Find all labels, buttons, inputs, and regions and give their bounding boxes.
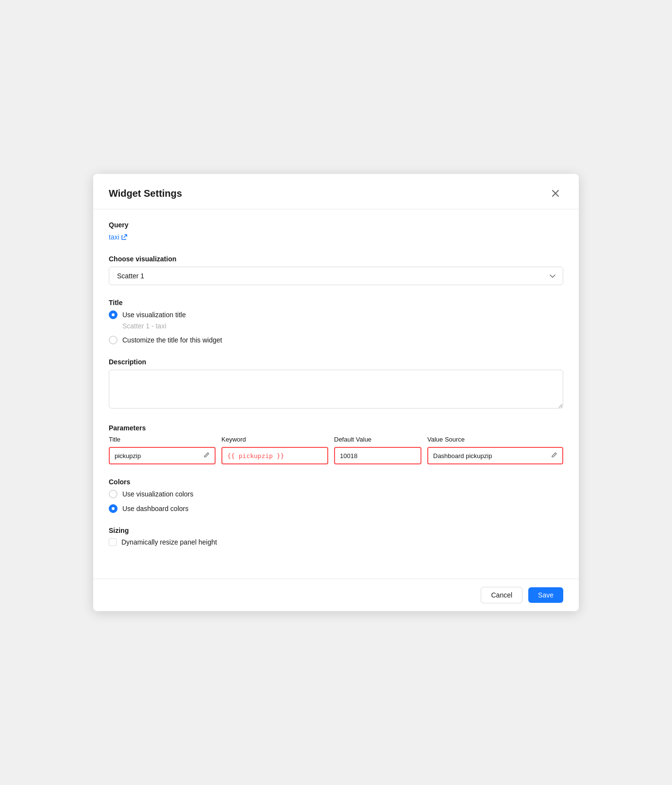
param-title-value: pickupzip [115, 452, 141, 460]
query-link[interactable]: taxi [109, 233, 127, 241]
edit-title-icon[interactable] [203, 452, 210, 460]
description-label: Description [109, 358, 563, 366]
modal-title: Widget Settings [109, 188, 182, 199]
viz-title-placeholder: Scatter 1 - taxi [122, 322, 563, 330]
param-default-value-cell[interactable]: 10018 [334, 447, 421, 464]
param-default-value: 10018 [340, 452, 357, 460]
visualization-label: Choose visualization [109, 255, 563, 263]
parameters-label: Parameters [109, 424, 563, 432]
colors-section: Colors Use visualization colors Use dash… [109, 478, 563, 513]
visualization-select-wrapper: Scatter 1 Scatter 2 Bar 1 Line 1 [109, 267, 563, 285]
edit-value-source-icon[interactable] [551, 452, 557, 460]
use-viz-title-radio-input [109, 310, 118, 319]
col-header-default-value: Default Value [334, 436, 421, 443]
param-title-cell[interactable]: pickupzip [109, 447, 216, 464]
colors-label: Colors [109, 478, 563, 486]
cancel-button[interactable]: Cancel [481, 587, 522, 603]
modal-footer: Cancel Save [93, 579, 579, 611]
description-section: Description [109, 358, 563, 410]
query-section: Query taxi [109, 221, 563, 241]
dynamic-resize-checkbox[interactable]: Dynamically resize panel height [109, 538, 563, 546]
col-header-keyword: Keyword [221, 436, 328, 443]
query-label: Query [109, 221, 563, 229]
param-value-source-cell[interactable]: Dashboard pickupzip [427, 447, 563, 464]
modal-header: Widget Settings [93, 174, 579, 209]
title-section: Title Use visualization title Scatter 1 … [109, 299, 563, 344]
customize-title-radio-label: Customize the title for this widget [122, 336, 222, 344]
colors-radio-group: Use visualization colors Use dashboard c… [109, 490, 563, 513]
visualization-section: Choose visualization Scatter 1 Scatter 2… [109, 255, 563, 285]
description-textarea[interactable] [109, 370, 563, 409]
title-label: Title [109, 299, 563, 307]
title-radio-group: Use visualization title Scatter 1 - taxi… [109, 310, 563, 344]
param-value-source: Dashboard pickupzip [433, 452, 492, 460]
col-header-value-source: Value Source [427, 436, 563, 443]
use-viz-title-radio-label: Use visualization title [122, 311, 186, 319]
customize-title-radio[interactable]: Customize the title for this widget [109, 336, 563, 344]
parameters-header-row: Title Keyword Default Value Value Source [109, 436, 563, 443]
external-link-icon [121, 234, 127, 240]
close-icon [552, 189, 559, 197]
sizing-section: Sizing Dynamically resize panel height [109, 527, 563, 546]
modal-body: Query taxi Choose visualization Scatter … [93, 209, 579, 579]
use-viz-title-radio[interactable]: Use visualization title [109, 310, 563, 319]
use-dashboard-colors-label: Use dashboard colors [122, 505, 188, 512]
use-viz-colors-label: Use visualization colors [122, 490, 193, 498]
visualization-select[interactable]: Scatter 1 Scatter 2 Bar 1 Line 1 [109, 267, 563, 285]
use-dashboard-colors-radio[interactable]: Use dashboard colors [109, 504, 563, 513]
table-row: pickupzip {{ pickupzip }} 10018 [109, 447, 563, 464]
param-keyword-cell[interactable]: {{ pickupzip }} [221, 447, 328, 464]
col-header-title: Title [109, 436, 216, 443]
parameters-table: Title Keyword Default Value Value Source… [109, 436, 563, 464]
dynamic-resize-label: Dynamically resize panel height [121, 538, 217, 546]
dynamic-resize-checkbox-box [109, 538, 117, 546]
customize-title-radio-input [109, 336, 118, 344]
sizing-label: Sizing [109, 527, 563, 534]
close-button[interactable] [548, 186, 563, 201]
use-dashboard-colors-radio-input [109, 504, 118, 513]
query-link-text: taxi [109, 233, 119, 241]
parameters-section: Parameters Title Keyword Default Value V… [109, 424, 563, 464]
save-button[interactable]: Save [528, 587, 563, 603]
widget-settings-modal: Widget Settings Query taxi Choose visual… [93, 174, 579, 611]
param-keyword-value: {{ pickupzip }} [227, 452, 284, 460]
use-viz-colors-radio-input [109, 490, 118, 498]
use-viz-colors-radio[interactable]: Use visualization colors [109, 490, 563, 498]
